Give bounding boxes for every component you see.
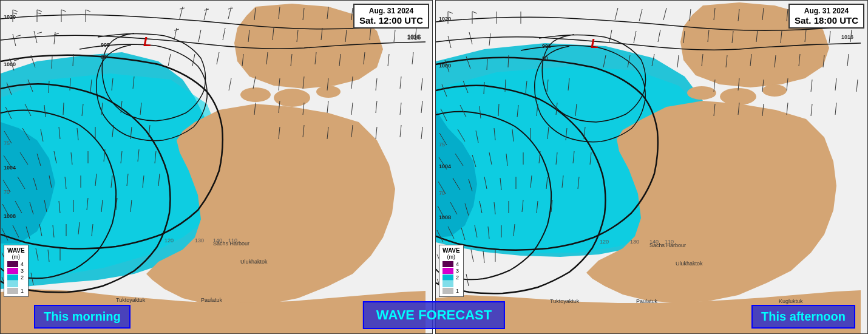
right-legend-item-2: 2 bbox=[442, 274, 460, 281]
lon-110-right: 110 bbox=[665, 239, 674, 245]
lon-120-left: 120 bbox=[164, 237, 174, 244]
legend-color-cyan bbox=[7, 274, 18, 281]
legend-item-light bbox=[7, 281, 25, 287]
lon-130-right: 130 bbox=[630, 239, 639, 245]
legend-color-pink bbox=[7, 268, 18, 274]
label-tuktoyaktuk: Tuktoyaktuk bbox=[116, 297, 145, 303]
right-legend-color-gray bbox=[442, 288, 453, 294]
center-wave-forecast-label: WAVE FORECAST bbox=[363, 301, 505, 329]
contour-1008-left: 1008 bbox=[4, 213, 16, 219]
right-label-tuktoyaktuk: Tuktoyaktuk bbox=[550, 298, 579, 304]
contour-995-right: 995 bbox=[542, 43, 551, 49]
left-timestamp-box: Aug. 31 2024 Sat. 12:00 UTC bbox=[353, 4, 429, 29]
left-wave-legend: WAVE (m) 4 3 2 1 bbox=[4, 245, 29, 297]
contour-1016-right: 1016 bbox=[841, 34, 853, 40]
right-label-paulatuk: Paulatuk bbox=[636, 298, 657, 304]
lat-70-right: 70 bbox=[439, 190, 445, 196]
legend-color-gray bbox=[7, 288, 18, 294]
right-legend-item-1: 1 bbox=[442, 288, 460, 294]
left-timestamp-date: Aug. 31 2024 bbox=[359, 7, 423, 15]
right-label-ulukhaktok: Ulukhaktok bbox=[676, 261, 703, 267]
svg-marker-3 bbox=[146, 104, 395, 307]
right-legend-item-3: 3 bbox=[442, 268, 460, 274]
contour-1020-left: 1020 bbox=[4, 14, 16, 20]
lat-70-left: 70 bbox=[4, 189, 10, 195]
left-timestamp-time: Sat. 12:00 UTC bbox=[359, 15, 423, 26]
land-svg-right bbox=[436, 1, 867, 333]
label-paulatuk: Paulatuk bbox=[201, 297, 222, 303]
contour-80-left: 80 bbox=[101, 54, 107, 60]
contour-1000-left: 1000 bbox=[4, 61, 16, 67]
right-panel-label: This afternoon bbox=[751, 305, 855, 329]
left-panel-label: This morning bbox=[34, 305, 131, 329]
contour-1008-right: 1008 bbox=[439, 214, 451, 220]
lon-110-left: 110 bbox=[228, 237, 237, 244]
right-label-kugluktuk: Kugluktuk bbox=[779, 298, 803, 304]
lat-75-right: 75 bbox=[439, 141, 445, 148]
right-timestamp-box: Aug. 31 2024 Sat. 18:00 UTC bbox=[788, 4, 864, 29]
contour-1016-top-left: 1016 bbox=[407, 34, 419, 40]
left-map-panel: Aug. 31 2024 Sat. 12:00 UTC L WAVE (m) 4… bbox=[0, 0, 433, 334]
svg-point-7 bbox=[240, 87, 271, 102]
contour-1000-right: 1000 bbox=[439, 63, 451, 69]
svg-point-170 bbox=[762, 84, 787, 97]
legend-item-4: 4 bbox=[7, 261, 25, 267]
contour-1020-right: 1020 bbox=[439, 16, 451, 22]
lon-120-right: 120 bbox=[600, 239, 609, 245]
right-legend-color-cyan bbox=[442, 274, 453, 281]
panel-divider bbox=[433, 0, 435, 334]
svg-point-171 bbox=[687, 86, 716, 100]
right-legend-unit: (m) bbox=[442, 254, 460, 260]
right-timestamp-date: Aug. 31 2024 bbox=[795, 7, 858, 15]
left-low-marker: L bbox=[143, 34, 151, 50]
legend-unit: (m) bbox=[7, 254, 25, 260]
right-legend-color-light-cyan bbox=[442, 281, 453, 287]
lon-140-right: 140 bbox=[649, 239, 659, 245]
label-ulukhaktok: Ulukhaktok bbox=[240, 259, 268, 265]
lat-75-left: 75 bbox=[4, 140, 10, 146]
lon-130-left: 130 bbox=[195, 237, 204, 244]
legend-color-light-cyan bbox=[7, 281, 18, 287]
right-legend-color-dark-purple bbox=[442, 261, 453, 267]
contour-1004-left: 1004 bbox=[4, 165, 16, 171]
legend-item-3: 3 bbox=[7, 268, 25, 274]
contour-80-right: 80 bbox=[542, 55, 548, 61]
lon-140-left: 140 bbox=[213, 237, 222, 244]
svg-point-6 bbox=[316, 86, 341, 98]
contour-1004-right: 1004 bbox=[439, 163, 451, 169]
right-legend-color-pink bbox=[442, 268, 453, 274]
legend-item-1: 1 bbox=[7, 288, 25, 294]
svg-marker-167 bbox=[586, 101, 836, 303]
right-legend-title: WAVE bbox=[442, 247, 460, 254]
main-container: Aug. 31 2024 Sat. 12:00 UTC L WAVE (m) 4… bbox=[0, 0, 868, 334]
land-svg-left bbox=[1, 1, 432, 333]
svg-point-169 bbox=[720, 88, 756, 105]
legend-item-2: 2 bbox=[7, 274, 25, 281]
svg-point-5 bbox=[274, 89, 310, 107]
right-map-panel: Aug. 31 2024 Sat. 18:00 UTC L WAVE (m) 4… bbox=[435, 0, 868, 334]
right-low-marker: L bbox=[591, 36, 598, 52]
right-wave-legend: WAVE (m) 4 3 2 1 bbox=[439, 245, 464, 297]
right-timestamp-time: Sat. 18:00 UTC bbox=[795, 15, 858, 26]
contour-995-left: 995 bbox=[101, 42, 110, 48]
legend-color-dark-purple bbox=[7, 261, 18, 267]
legend-title: WAVE bbox=[7, 247, 25, 254]
right-legend-item-4: 4 bbox=[442, 261, 460, 267]
right-legend-item-light bbox=[442, 281, 460, 287]
